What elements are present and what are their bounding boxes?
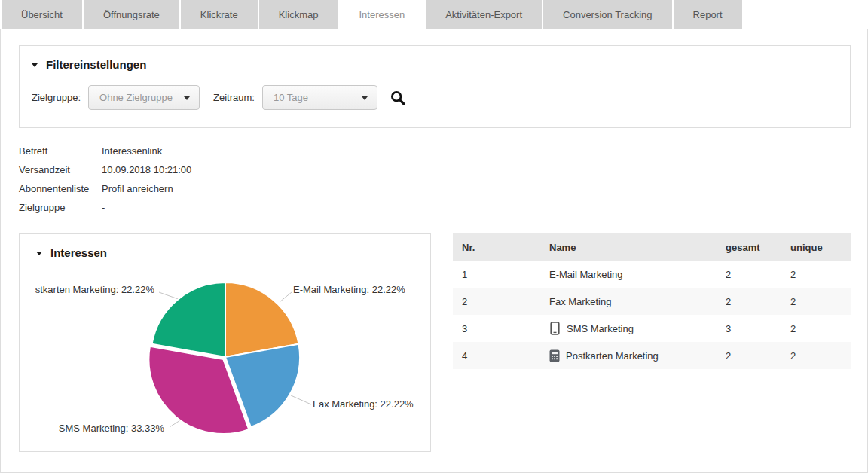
detail-row-betreff: BetreffInteressenlink — [19, 142, 191, 160]
cell-name: SMS Marketing — [549, 322, 726, 336]
cell-name: Postkarten Marketing — [549, 349, 726, 362]
collapse-triangle-icon — [36, 252, 42, 255]
column-header-gesamt: gesamt — [726, 242, 790, 253]
detail-row-versandzeit: Versandzeit10.09.2018 10:21:00 — [19, 160, 191, 179]
pie-label-email: E-Mail Marketing: 22.22% — [293, 284, 405, 295]
pie-label-postkarten: stkarten Marketing: 22.22% — [35, 284, 154, 295]
zeitraum-select-value: 10 Tage — [274, 92, 308, 103]
tab-klickrate[interactable]: Klickrate — [181, 0, 258, 29]
cell-unique: 2 — [790, 269, 851, 280]
zeitraum-label: Zeitraum: — [213, 92, 255, 103]
search-icon — [390, 90, 406, 106]
tab-aktivitäten-export[interactable]: Aktivitäten-Export — [426, 0, 542, 29]
interest-name: E-Mail Marketing — [549, 269, 623, 280]
filter-controls: Zielgruppe: Ohne Zielgruppe Zeitraum: 10… — [32, 85, 406, 110]
detail-label: Betreff — [19, 145, 102, 157]
content-area: Filtereinstellungen Zielgruppe: Ohne Zie… — [0, 29, 868, 473]
pie-label-sms: SMS Marketing: 33.33% — [59, 423, 164, 434]
chevron-down-icon — [362, 96, 368, 100]
cell-nr: 3 — [453, 323, 549, 334]
cell-name: E-Mail Marketing — [549, 269, 726, 280]
cell-unique: 2 — [790, 323, 851, 334]
search-button[interactable] — [390, 90, 406, 106]
cell-gesamt: 2 — [726, 350, 790, 362]
detail-label: Abonnentenliste — [19, 183, 102, 194]
column-header-unique: unique — [790, 242, 851, 253]
cell-nr: 2 — [453, 296, 549, 307]
interest-name: Postkarten Marketing — [566, 350, 659, 362]
table-header-row: Nr. Name gesamt unique — [453, 233, 851, 261]
table-body: 1E-Mail Marketing222Fax Marketing223SMS … — [453, 261, 851, 369]
interest-name: Fax Marketing — [549, 296, 611, 307]
detail-value: Interessenlink — [102, 145, 162, 157]
pie-label-connector — [280, 292, 292, 302]
pie-label-fax: Fax Marketing: 22.22% — [313, 398, 414, 410]
filter-panel: Filtereinstellungen Zielgruppe: Ohne Zie… — [19, 45, 851, 128]
tab-conversion-tracking[interactable]: Conversion Tracking — [543, 0, 672, 29]
smartphone-icon — [549, 322, 561, 336]
cell-nr: 4 — [453, 350, 549, 362]
detail-label: Zielgruppe — [19, 202, 102, 213]
column-header-nr: Nr. — [453, 242, 549, 253]
cell-nr: 1 — [453, 269, 549, 280]
cell-gesamt: 2 — [726, 296, 790, 307]
detail-label: Versandzeit — [19, 164, 102, 175]
tab-klickmap[interactable]: Klickmap — [259, 0, 338, 29]
column-header-name: Name — [549, 242, 726, 253]
chevron-down-icon — [184, 96, 190, 100]
pie-label-connector — [291, 395, 311, 404]
campaign-details: BetreffInteressenlinkVersandzeit10.09.20… — [19, 142, 191, 217]
tab-interessen[interactable]: Interessen — [339, 0, 424, 29]
interessen-panel-title: Interessen — [50, 246, 107, 259]
detail-value: Profil anreichern — [102, 183, 173, 194]
filter-panel-title: Filtereinstellungen — [46, 58, 146, 71]
interest-name: SMS Marketing — [567, 323, 634, 334]
cell-unique: 2 — [790, 350, 851, 362]
zeitraum-select[interactable]: 10 Tage — [262, 85, 377, 110]
interessen-panel-header[interactable]: Interessen — [36, 246, 107, 259]
calculator-icon — [549, 349, 560, 362]
tab-übersicht[interactable]: Übersicht — [2, 0, 82, 29]
collapse-triangle-icon — [32, 63, 38, 67]
cell-gesamt: 2 — [726, 269, 790, 280]
detail-row-abonnentenliste: AbonnentenlisteProfil anreichern — [19, 179, 191, 198]
tab-report[interactable]: Report — [674, 0, 742, 29]
detail-value: 10.09.2018 10:21:00 — [102, 164, 191, 175]
zielgruppe-select-value: Ohne Zielgruppe — [99, 92, 173, 103]
detail-value: - — [102, 202, 105, 213]
interests-table: Nr. Name gesamt unique 1E-Mail Marketing… — [453, 233, 851, 369]
interests-pie-chart — [20, 234, 432, 451]
interessen-panel: Interessen E-Mail Marketing: 22.22% Fax … — [19, 233, 431, 452]
cell-name: Fax Marketing — [549, 296, 726, 307]
cell-unique: 2 — [790, 296, 851, 307]
tab-bar: ÜbersichtÖffnungsrateKlickrateKlickmapIn… — [0, 0, 868, 29]
zielgruppe-label: Zielgruppe: — [32, 92, 81, 103]
table-row: 4Postkarten Marketing22 — [453, 342, 851, 369]
detail-row-zielgruppe: Zielgruppe- — [19, 198, 191, 217]
table-row: 2Fax Marketing22 — [453, 288, 851, 315]
cell-gesamt: 3 — [726, 323, 790, 334]
table-row: 3SMS Marketing32 — [453, 315, 851, 342]
table-row: 1E-Mail Marketing22 — [453, 261, 851, 288]
zielgruppe-select[interactable]: Ohne Zielgruppe — [88, 85, 200, 110]
filter-panel-header[interactable]: Filtereinstellungen — [32, 58, 838, 71]
tab-öffnungsrate[interactable]: Öffnungsrate — [84, 0, 179, 29]
